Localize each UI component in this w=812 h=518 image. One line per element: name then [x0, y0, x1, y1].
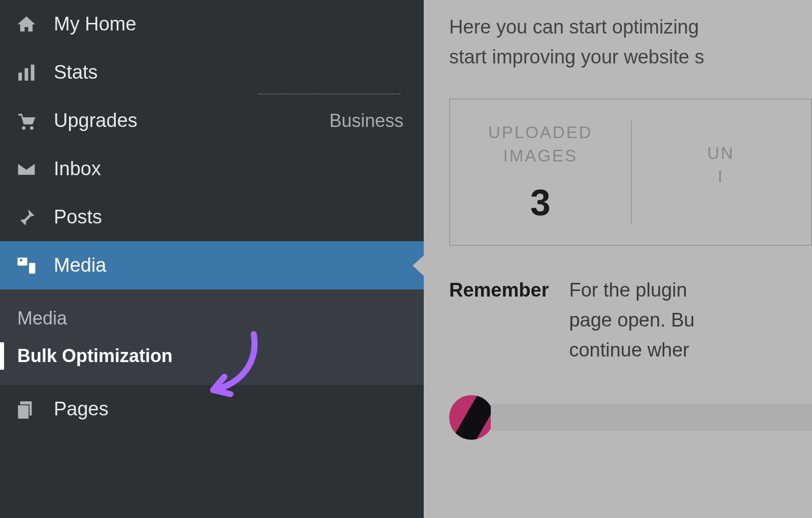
sidebar-item-pages[interactable]: Pages	[0, 385, 424, 433]
pages-icon	[14, 399, 39, 420]
progress-bar[interactable]	[491, 404, 812, 431]
admin-sidebar: My Home Stats Upgrades Business Inbox Po…	[0, 0, 424, 518]
remember-label: Remember	[449, 275, 549, 365]
sidebar-item-label: Media	[54, 254, 107, 276]
media-submenu: Media Bulk Optimization	[0, 289, 424, 385]
sidebar-item-inbox[interactable]: Inbox	[0, 145, 424, 193]
stat-col-2: UN I	[631, 100, 811, 245]
bar-chart-icon	[14, 62, 39, 83]
submenu-heading[interactable]: Media	[0, 300, 424, 337]
svg-rect-8	[18, 405, 29, 419]
sidebar-item-label: Stats	[54, 61, 98, 83]
stat-value: 3	[530, 182, 551, 223]
pin-icon	[14, 207, 39, 228]
sidebar-item-my-home[interactable]: My Home	[0, 0, 424, 48]
remember-note: Remember For the plugin page open. Bu co…	[449, 275, 812, 365]
intro-line: Here you can start optimizing	[449, 12, 812, 42]
svg-point-6	[20, 259, 22, 262]
sidebar-item-label: Pages	[54, 398, 109, 420]
progress-row	[449, 395, 812, 440]
intro-line: start improving your website s	[449, 42, 812, 72]
media-icon	[14, 255, 39, 276]
stat-uploaded-images: UPLOADED IMAGES 3	[450, 100, 631, 245]
sidebar-item-upgrades[interactable]: Upgrades Business	[0, 96, 424, 145]
cart-icon	[14, 110, 39, 132]
divider	[258, 93, 400, 94]
sidebar-item-label: Posts	[54, 206, 102, 228]
home-icon	[14, 14, 39, 35]
plan-badge: Business	[329, 110, 410, 132]
plugin-logo-icon	[449, 395, 494, 440]
svg-point-4	[30, 126, 33, 130]
stat-label: UPLOADED IMAGES	[488, 121, 593, 168]
sidebar-item-label: Upgrades	[54, 110, 138, 132]
svg-point-3	[22, 126, 25, 130]
svg-rect-2	[31, 64, 35, 81]
main-content: Here you can start optimizing start impr…	[424, 0, 812, 518]
sidebar-item-label: My Home	[54, 13, 137, 35]
svg-rect-5	[18, 257, 27, 266]
svg-rect-1	[25, 68, 28, 81]
sidebar-item-label: Inbox	[54, 158, 101, 180]
submenu-item-bulk-optimization[interactable]: Bulk Optimization	[0, 337, 424, 375]
mail-icon	[14, 158, 39, 180]
sidebar-item-media[interactable]: Media	[0, 241, 424, 289]
stats-panel: UPLOADED IMAGES 3 UN I	[449, 99, 812, 246]
sidebar-item-stats[interactable]: Stats	[0, 48, 424, 96]
svg-rect-0	[18, 73, 22, 81]
stat-label: UN I	[707, 142, 734, 188]
sidebar-item-posts[interactable]: Posts	[0, 193, 424, 241]
intro-text: Here you can start optimizing start impr…	[449, 0, 812, 72]
remember-body: For the plugin page open. Bu continue wh…	[569, 275, 694, 365]
